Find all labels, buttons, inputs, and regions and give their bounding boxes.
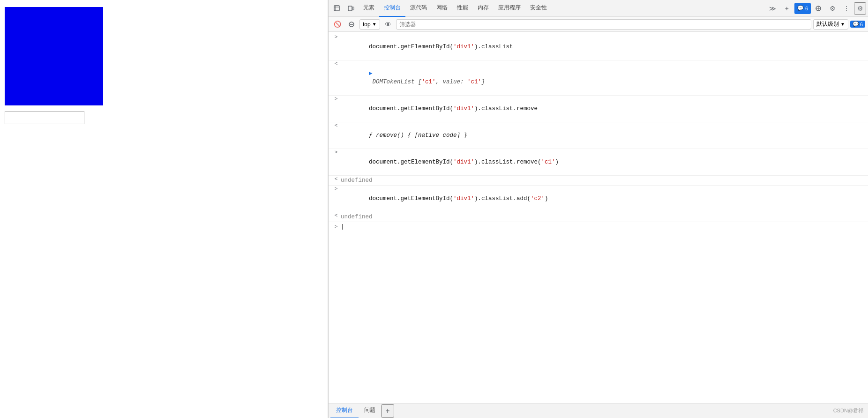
svg-rect-4 (352, 7, 354, 10)
level-selector[interactable]: 默认级别 ▼ (813, 19, 848, 30)
console-message-badge: 💬 6 (850, 21, 865, 28)
output-arrow-4: < (332, 123, 340, 128)
expand-icon-2[interactable]: ▶ (369, 70, 373, 77)
webpage-input[interactable] (5, 111, 84, 124)
level-label: 默认级别 (816, 20, 839, 28)
devtools-tabs: 元素 控制台 源代码 网络 性能 内存 应用程序 安全性 (359, 0, 765, 17)
bottom-tab-issues[interactable]: 问题 (359, 403, 381, 418)
settings-btn[interactable]: ⚙ (826, 2, 839, 15)
bottom-tab-console[interactable]: 控制台 (330, 403, 359, 418)
input-arrow-7: > (332, 186, 340, 192)
input-arrow-5: > (332, 149, 340, 155)
console-line-7: > document.getElementById('div1').classL… (329, 186, 868, 212)
console-code-6: undefined (341, 176, 866, 185)
output-arrow-8: < (332, 213, 340, 218)
console-input-line[interactable]: > | (329, 222, 868, 231)
tab-console[interactable]: 控制台 (379, 0, 405, 17)
message-badge-btn[interactable]: 💬 6 (794, 3, 811, 14)
console-line-3: > document.getElementById('div1').classL… (329, 96, 868, 122)
output-arrow-6: < (332, 176, 340, 182)
more-tabs-btn[interactable]: ≫ (766, 2, 779, 15)
input-arrow-1: > (332, 34, 340, 40)
badge-count: 6 (805, 6, 808, 11)
frame-selector[interactable]: top ▼ (359, 19, 380, 30)
clear-icon[interactable] (345, 18, 358, 30)
remote-devices-btn[interactable] (812, 2, 825, 15)
console-code-5: document.getElementById('div1').classLis… (341, 149, 866, 175)
console-code-8: undefined (341, 213, 866, 221)
ban-icon[interactable]: 🚫 (331, 18, 344, 30)
badge-icon: 💬 (797, 5, 804, 11)
csdn-watermark: CSDN@君祁 (833, 407, 866, 414)
webpage-panel (0, 0, 328, 418)
console-code-3: document.getElementById('div1').classLis… (341, 96, 866, 121)
active-input-cursor: | (341, 224, 344, 230)
frame-selector-label: top (363, 21, 371, 28)
msg-badge-icon: 💬 (853, 21, 859, 27)
dropdown-arrow-icon: ▼ (372, 22, 377, 27)
tab-memory[interactable]: 内存 (473, 0, 494, 17)
svg-rect-0 (334, 6, 339, 11)
console-line-1: > document.getElementById('div1').classL… (329, 34, 868, 60)
active-input-arrow: > (332, 224, 340, 230)
tab-sources[interactable]: 源代码 (405, 0, 432, 17)
devtools-settings-icon[interactable]: ⚙ (854, 2, 866, 15)
tab-security[interactable]: 安全性 (525, 0, 552, 17)
console-code-1: document.getElementById('div1').classLis… (341, 34, 866, 60)
bottom-tabbar: 控制台 问题 + CSDN@君祁 (329, 403, 868, 418)
more-options-btn[interactable]: ⋮ (840, 2, 853, 15)
blue-rectangle (5, 7, 103, 105)
tab-network[interactable]: 网络 (432, 0, 452, 17)
console-code-4: ƒ remove() { [native code] } (341, 123, 866, 148)
devtools-panel: 元素 控制台 源代码 网络 性能 内存 应用程序 安全性 ≫ + 💬 6 ⚙ ⋮… (328, 0, 868, 418)
tab-elements[interactable]: 元素 (359, 0, 379, 17)
msg-badge-count: 6 (860, 22, 863, 27)
console-line-2: < ▶ DOMTokenList ['c1', value: 'c1'] (329, 60, 868, 96)
console-code-7: document.getElementById('div1').classLis… (341, 186, 866, 211)
console-code-2: ▶ DOMTokenList ['c1', value: 'c1'] (341, 61, 866, 95)
console-line-6: < undefined (329, 176, 868, 186)
tab-application[interactable]: 应用程序 (494, 0, 525, 17)
output-arrow-2: < (332, 61, 340, 67)
add-tab-btn[interactable]: + (780, 2, 793, 15)
filter-input[interactable] (396, 19, 811, 30)
level-dropdown-icon: ▼ (840, 22, 845, 27)
devtools-top-toolbar: 元素 控制台 源代码 网络 性能 内存 应用程序 安全性 ≫ + 💬 6 ⚙ ⋮… (329, 0, 868, 17)
console-line-8: < undefined (329, 212, 868, 222)
inspect-icon[interactable] (330, 2, 344, 15)
bottom-add-tab-btn[interactable]: + (381, 404, 394, 418)
console-toolbar: 🚫 top ▼ 👁 默认级别 ▼ 💬 6 (329, 17, 868, 32)
input-arrow-3: > (332, 96, 340, 102)
device-toggle-icon[interactable] (344, 2, 358, 15)
tab-performance[interactable]: 性能 (452, 0, 473, 17)
eye-icon[interactable]: 👁 (382, 18, 394, 30)
console-line-4: < ƒ remove() { [native code] } (329, 122, 868, 149)
console-output[interactable]: > document.getElementById('div1').classL… (329, 32, 868, 403)
console-line-5: > document.getElementById('div1').classL… (329, 149, 868, 176)
svg-rect-3 (348, 6, 352, 11)
